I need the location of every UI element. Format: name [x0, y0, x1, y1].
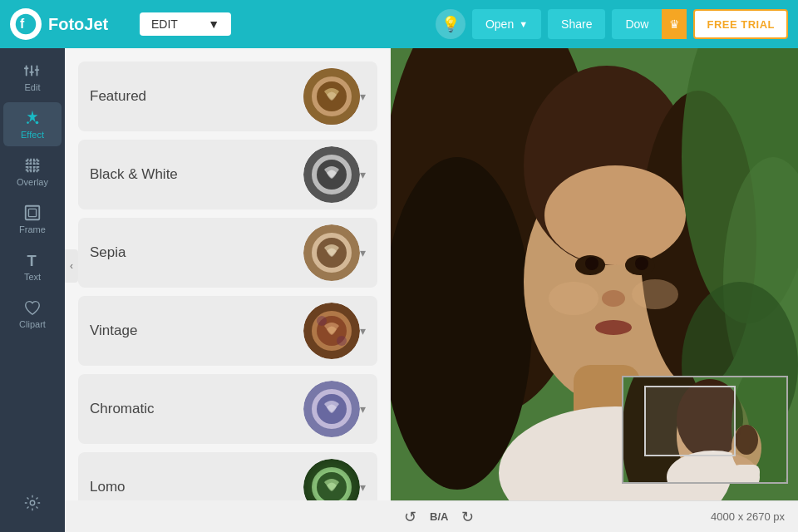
sidebar-item-text-label: Text	[24, 272, 41, 282]
sidebar-item-overlay-label: Overlay	[17, 177, 48, 187]
effect-row-featured[interactable]: Featured ▾	[78, 62, 377, 131]
free-trial-button[interactable]: FREE TRIAL	[693, 9, 788, 39]
bw-chevron-icon: ▾	[360, 168, 366, 181]
lomo-chevron-icon: ▾	[360, 480, 366, 494]
effect-lomo-thumb	[303, 459, 360, 500]
sidebar-item-clipart-label: Clipart	[19, 319, 46, 329]
svg-point-0	[16, 14, 37, 35]
sidebar-item-overlay[interactable]: Overlay	[3, 150, 62, 194]
header: f FotoJet EDIT ▼ 💡 Open ▼ Share Dow ♛	[0, 0, 798, 48]
svg-point-35	[337, 336, 347, 346]
bw-toggle-button[interactable]: B/A	[430, 510, 448, 523]
open-button[interactable]: Open ▼	[472, 9, 541, 39]
header-right: 💡 Open ▼ Share Dow ♛ FREE TRIAL	[436, 9, 798, 39]
sepia-thumb-img	[303, 224, 360, 281]
svg-text:T: T	[27, 252, 37, 269]
svg-rect-72	[733, 465, 760, 480]
svg-point-58	[549, 282, 598, 315]
sidebar-item-edit-label: Edit	[25, 82, 41, 92]
svg-point-51	[544, 165, 686, 265]
app-name: FotoJet	[48, 15, 108, 34]
svg-point-59	[632, 279, 678, 309]
canvas-area	[391, 48, 798, 500]
share-button[interactable]: Share	[548, 9, 605, 39]
mode-dropdown[interactable]: EDIT ▼	[140, 12, 231, 36]
effect-featured-thumb	[303, 68, 360, 125]
sidebar-item-effect-label: Effect	[21, 130, 44, 140]
svg-rect-6	[29, 71, 34, 73]
bottom-tools: ↺ B/A ↻	[404, 508, 474, 526]
featured-chevron-icon: ▾	[360, 90, 366, 103]
effect-vintage-thumb	[303, 303, 360, 359]
minimap	[622, 376, 788, 484]
logo-icon: f	[10, 8, 42, 40]
effect-sepia-label: Sepia	[90, 244, 303, 261]
frame-icon	[23, 204, 42, 222]
download-button[interactable]: Dow	[612, 9, 662, 39]
bw-thumb-img	[303, 146, 360, 203]
effects-panel: Featured ▾ Black & White ▾	[65, 48, 391, 500]
svg-rect-19	[28, 209, 36, 216]
sidebar-item-frame[interactable]: Frame	[3, 197, 62, 241]
svg-point-54	[585, 257, 598, 270]
collapse-button[interactable]: ‹	[65, 249, 78, 283]
effect-row-bw[interactable]: Black & White ▾	[78, 140, 377, 209]
svg-rect-18	[26, 206, 40, 220]
svg-rect-2	[26, 66, 27, 76]
featured-thumb-img	[303, 68, 360, 125]
effect-chromatic-label: Chromatic	[90, 401, 303, 417]
bottom-bar: ↺ B/A ↻ 4000 x 2670 px	[391, 500, 798, 532]
sepia-chevron-icon: ▾	[360, 246, 366, 259]
main-canvas	[391, 48, 798, 500]
rotate-left-button[interactable]: ↺	[404, 508, 416, 526]
svg-point-9	[27, 121, 29, 124]
effect-row-vintage[interactable]: Vintage ▾	[78, 296, 377, 366]
svg-text:f: f	[20, 17, 25, 31]
effect-row-lomo[interactable]: Lomo ▾	[78, 452, 377, 500]
effect-bw-label: Black & White	[90, 166, 303, 183]
effect-row-chromatic[interactable]: Chromatic ▾	[78, 374, 377, 444]
minimap-inner	[623, 377, 786, 482]
sidebar-item-frame-label: Frame	[19, 224, 46, 234]
svg-point-71	[735, 425, 758, 455]
sidebar-item-clipart[interactable]: Clipart	[3, 292, 62, 336]
sidebar-item-edit[interactable]: Edit	[3, 55, 62, 99]
sidebar-item-settings[interactable]	[3, 487, 62, 519]
svg-point-42	[303, 459, 360, 500]
svg-rect-7	[35, 69, 40, 71]
sidebar-item-text[interactable]: T Text	[3, 244, 62, 288]
chromatic-thumb-img	[303, 381, 360, 437]
effect-featured-label: Featured	[90, 88, 303, 105]
minimap-viewport-rect	[644, 386, 736, 456]
effect-chromatic-thumb	[303, 381, 360, 437]
vintage-chevron-icon: ▾	[360, 324, 366, 337]
svg-rect-5	[24, 67, 29, 69]
svg-point-55	[635, 257, 648, 270]
sidebar: Edit Effect Overlay Frame	[0, 48, 65, 532]
overlay-icon	[23, 156, 42, 175]
download-crown[interactable]: ♛	[662, 9, 687, 39]
lomo-thumb-img	[303, 459, 360, 500]
text-icon: T	[23, 251, 42, 269]
svg-point-8	[36, 121, 39, 125]
settings-area	[0, 487, 65, 519]
sidebar-item-effect[interactable]: Effect	[3, 102, 62, 146]
svg-point-56	[602, 290, 625, 307]
svg-point-21	[30, 500, 35, 505]
effect-vintage-label: Vintage	[90, 323, 303, 339]
heart-icon	[23, 298, 42, 317]
svg-rect-3	[31, 66, 32, 76]
effect-row-sepia[interactable]: Sepia ▾	[78, 218, 377, 288]
download-group: Dow ♛	[612, 9, 687, 39]
effect-sepia-thumb	[303, 224, 360, 281]
chromatic-chevron-icon: ▾	[360, 402, 366, 416]
image-dimensions: 4000 x 2670 px	[711, 510, 785, 523]
svg-point-34	[317, 316, 327, 326]
effect-icon	[23, 109, 42, 127]
rotate-right-button[interactable]: ↻	[461, 508, 474, 526]
effect-lomo-label: Lomo	[90, 479, 303, 495]
hint-button[interactable]: 💡	[436, 9, 466, 39]
vintage-thumb-img	[303, 303, 360, 359]
settings-icon	[23, 494, 42, 512]
effect-bw-thumb	[303, 146, 360, 203]
